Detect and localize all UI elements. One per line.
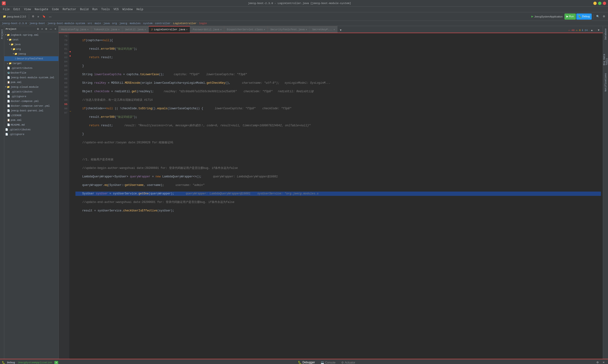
project-close-btn[interactable]: ✕ [54, 27, 57, 31]
menu-build[interactable]: Build [78, 7, 90, 12]
project-layout-btn[interactable]: ≡ [41, 27, 43, 31]
debug-panel-settings[interactable]: ⚙ [595, 360, 600, 364]
menu-file[interactable]: File [1, 7, 12, 12]
tree-gitattr1[interactable]: 📄 .gitattributes [4, 66, 58, 70]
bc-module-system[interactable]: jeecg-boot-module-system [48, 22, 85, 25]
sidebar-project-label[interactable]: Project [0, 27, 4, 41]
project-collapse-btn[interactable]: — [49, 27, 53, 31]
tree-pom2[interactable]: 📋 pom.xml [4, 118, 58, 122]
debugger-app-name: JeecgSystemApplication [18, 361, 52, 364]
tree-gitignore2[interactable]: 📄 .gitignore [4, 132, 58, 137]
tree-root[interactable]: ▼ 📁 logback-spring.xml [4, 33, 58, 37]
tree-docker-compose[interactable]: 📄 docker-compose.yml [4, 99, 58, 104]
tab-debugger[interactable]: 🐛 Debugger [296, 360, 317, 364]
toolbar-bookmark-btn[interactable]: 🔖 [41, 13, 47, 20]
code-content[interactable]: if(captcha==null){ result.error500("验证码无… [74, 33, 603, 359]
tab-redisconfig[interactable]: RedisConfig.java ✕ [59, 26, 91, 33]
tree-jeecg[interactable]: ▼ 📁 jeecg [4, 52, 58, 56]
bc-main[interactable]: main [95, 22, 101, 25]
tab-securitytools-close[interactable]: ✕ [306, 28, 307, 31]
tree-test[interactable]: ▼ 📁 test [4, 37, 58, 42]
toolbar-search-btn[interactable]: 🔍 [595, 13, 601, 20]
toolbar-run-config[interactable]: ▶ JeecgSystemApplication [530, 13, 564, 20]
menu-code[interactable]: Code [50, 7, 61, 12]
toolbar-settings-btn[interactable]: ⚙ [30, 13, 36, 20]
minimize-button[interactable] [593, 2, 597, 5]
menu-edit[interactable]: Edit [12, 7, 22, 12]
tab-tokenutils-close[interactable]: ✕ [118, 28, 120, 31]
toolbar-settings-main-btn[interactable]: ⚙ [601, 13, 607, 20]
tab-dispatcherservlet[interactable]: DispatcherServlet.class ✕ [224, 26, 268, 33]
tree-securitytools[interactable]: J SecurityToolsTest [4, 56, 58, 61]
tab-logincontroller[interactable]: J LoginController.java ✕ [149, 26, 190, 33]
tree-cloud-module[interactable]: ▼ 📁 jeecg-cloud-module [4, 85, 58, 89]
tree-dockerfile[interactable]: 🐳 Dockerfile [4, 70, 58, 75]
tab-debugger-icon: 🐛 [298, 361, 301, 364]
bc-java[interactable]: java [103, 22, 109, 25]
close-button[interactable] [603, 2, 606, 5]
bc-controller[interactable]: controller [155, 22, 170, 25]
tab-passwordutil-close[interactable]: ✕ [220, 28, 221, 31]
tab-console[interactable]: 💻 Console [318, 360, 338, 364]
maximize-button[interactable] [598, 2, 601, 5]
toolbar-minimize-btn[interactable]: — [48, 13, 53, 20]
tab-logincontroller-label: LoginController.java [154, 28, 185, 31]
tree-license[interactable]: 📄 LICENSE [4, 113, 58, 118]
tree-gitattr3[interactable]: 📄 .gitattributes [4, 127, 58, 132]
tree-iml[interactable]: 📄 jeecg-boot-module-system.iml [4, 75, 58, 80]
tabs-overflow-btn[interactable]: ▼ [338, 27, 343, 33]
sidebar-notifications-label[interactable]: Notifications [604, 75, 608, 89]
run-button[interactable]: ▶ Run [565, 13, 576, 20]
menu-navigate[interactable]: Navigate [33, 7, 50, 12]
tab-secretkey[interactable]: SecretKeyF... ✕ [310, 26, 337, 33]
menu-help[interactable]: Help [135, 7, 145, 12]
toolbar-structure-btn[interactable]: ≡ [36, 13, 40, 20]
debugger-session-name: Debug [7, 361, 15, 364]
tree-docker-compose-server[interactable]: 📄 docker-compose-server.yml [4, 104, 58, 108]
window-controls[interactable] [593, 2, 606, 5]
menu-run[interactable]: Run [90, 7, 99, 12]
bc-jeecg[interactable]: jeecg [119, 22, 127, 25]
toolbar-project-btn[interactable]: 📁 jeecg-boot-2.3.0 [1, 13, 27, 20]
tree-gitignore[interactable]: 📄 .gitignore [4, 94, 58, 99]
tree-gitattr2[interactable]: 📄 .gitattributes [4, 89, 58, 94]
bc-modules[interactable]: modules [129, 22, 141, 25]
tree-readme[interactable]: 📄 README.md [4, 122, 58, 127]
tab-jwtutil[interactable]: JwtUtil.java ✕ [122, 26, 149, 33]
tab-dispatcherservlet-close[interactable]: ✕ [264, 28, 265, 31]
menu-window[interactable]: Window [121, 7, 135, 12]
debug-panel-close[interactable]: ✕ [601, 360, 606, 364]
tree-pom1[interactable]: 📋 pom.xml [4, 80, 58, 85]
bc-jeecg-boot[interactable]: jeecg-boot [29, 22, 45, 25]
bc-system[interactable]: system [143, 22, 153, 25]
tab-logincontroller-close[interactable]: ✕ [186, 28, 188, 31]
menu-tools[interactable]: Tools [99, 7, 112, 12]
scroll-up-btn[interactable]: ▲ [589, 27, 595, 33]
bc-src[interactable]: src [88, 22, 92, 25]
project-settings-btn[interactable]: ⚙ [36, 27, 40, 31]
tab-jwtutil-close[interactable]: ✕ [144, 28, 146, 31]
menu-vcs[interactable]: VCS [112, 7, 121, 12]
tree-java[interactable]: ▼ 📁 java [4, 42, 58, 47]
menu-refactor[interactable]: Refactor [61, 7, 78, 12]
tab-redisconfig-close[interactable]: ✕ [87, 28, 89, 31]
scroll-down-btn[interactable]: ▼ [596, 27, 601, 33]
tab-passwordutil[interactable]: PasswordUtil.java ✕ [190, 26, 224, 33]
sidebar-database-label[interactable]: Database [604, 27, 608, 41]
bc-org[interactable]: org [112, 22, 117, 25]
tab-tokenutils-label: TokenUtils.java [94, 28, 117, 31]
bc-login[interactable]: login [199, 22, 207, 25]
menu-view[interactable]: View [22, 7, 33, 12]
bc-root[interactable]: jeecg-boot-2.3.0 [2, 22, 27, 25]
bc-logincontroller[interactable]: LoginController [173, 22, 196, 25]
tree-parent-iml[interactable]: 📄 jeecg-boot-parent.iml [4, 108, 58, 113]
tab-secretkey-close[interactable]: ✕ [334, 28, 335, 31]
tab-actuator[interactable]: ⚙ Actuator [339, 360, 358, 364]
project-gear-btn[interactable]: ⚙ [44, 27, 48, 31]
tree-target[interactable]: ▶ 📁 target [4, 61, 58, 66]
tree-org[interactable]: ▼ 📁 org [4, 47, 58, 52]
tab-tokenutils[interactable]: TokenUtils.java ✕ [91, 26, 122, 33]
debug-button[interactable]: 🐛 Debug [576, 13, 592, 20]
tab-securitytools[interactable]: SecurityToolsTest.java ✕ [268, 26, 310, 33]
sidebar-bigdata-label[interactable]: Big Data Tools [604, 51, 608, 65]
